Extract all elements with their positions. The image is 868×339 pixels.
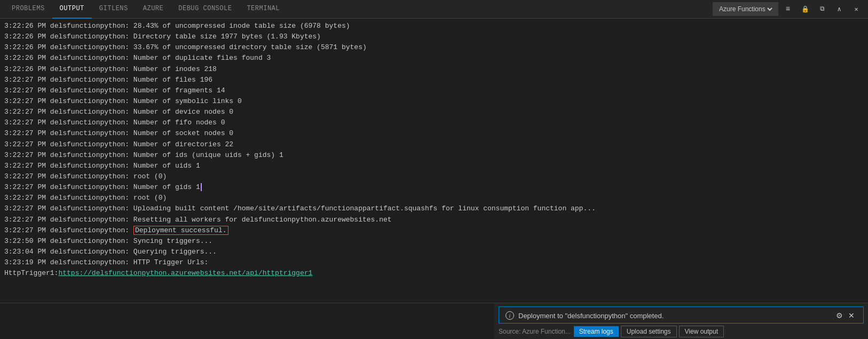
log-line: 3:22:26 PM delsfunctionpython: Number of… xyxy=(4,53,864,64)
notification-actions: Source: Azure Function... Stream logs Up… xyxy=(494,324,868,339)
notification-close-button[interactable]: ✕ xyxy=(846,311,857,320)
log-line: 3:23:19 PM delsfunctionpython: HTTP Trig… xyxy=(4,257,864,268)
output-content: 3:22:26 PM delsfunctionpython: 28.43% of… xyxy=(0,19,868,303)
log-line: 3:22:27 PM delsfunctionpython: Number of… xyxy=(4,75,864,85)
tab-output[interactable]: OUTPUT xyxy=(52,0,92,19)
log-line: 3:22:27 PM delsfunctionpython: root (0) xyxy=(4,193,864,203)
log-line: 3:22:27 PM delsfunctionpython: Number of… xyxy=(4,96,864,107)
log-line: 3:22:27 PM delsfunctionpython: Number of… xyxy=(4,128,864,139)
tab-list: PROBLEMS OUTPUT GITLENS AZURE DEBUG CONS… xyxy=(4,0,287,19)
view-output-button[interactable]: View output xyxy=(679,326,724,337)
log-line: 3:22:26 PM delsfunctionpython: Number of… xyxy=(4,64,864,75)
collapse-icon-button[interactable]: ∧ xyxy=(832,2,847,17)
log-line: 3:22:27 PM delsfunctionpython: Number of… xyxy=(4,107,864,117)
info-icon: i xyxy=(506,311,514,320)
tab-debug-console[interactable]: DEBUG CONSOLE xyxy=(171,0,239,19)
tab-problems[interactable]: PROBLEMS xyxy=(4,0,52,19)
log-link[interactable]: https://delsfunctionpython.azurewebsites… xyxy=(58,269,312,277)
log-line: 3:22:27 PM delsfunctionpython: Number of… xyxy=(4,117,864,128)
tab-azure[interactable]: AZURE xyxy=(136,0,171,19)
notification-source: Source: Azure Function... xyxy=(499,328,571,335)
tab-terminal[interactable]: TERMINAL xyxy=(239,0,287,19)
log-line: 3:22:26 PM delsfunctionpython: 28.43% of… xyxy=(4,21,864,31)
notification-settings-button[interactable]: ⚙ xyxy=(834,311,845,320)
output-source-select[interactable]: Azure Functions Git Python Azure Account xyxy=(717,5,774,13)
close-icon: ✕ xyxy=(854,5,858,13)
log-line: 3:22:27 PM delsfunctionpython: Number of… xyxy=(4,85,864,96)
notification-message-area: i Deployment to "delsfunctionpython" com… xyxy=(506,311,664,320)
log-line: 3:22:26 PM delsfunctionpython: 33.67% of… xyxy=(4,42,864,53)
log-line: 3:22:27 PM delsfunctionpython: Number of… xyxy=(4,150,864,161)
log-line: 3:22:27 PM delsfunctionpython: root (0) xyxy=(4,171,864,182)
notification-bar: i Deployment to "delsfunctionpython" com… xyxy=(494,303,868,339)
tab-bar: PROBLEMS OUTPUT GITLENS AZURE DEBUG CONS… xyxy=(0,0,868,19)
stream-logs-button[interactable]: Stream logs xyxy=(574,326,619,337)
copy-icon: ⧉ xyxy=(820,5,825,13)
deployment-success-highlight: Deployment successful. xyxy=(133,226,228,235)
lock-icon: 🔒 xyxy=(801,5,809,13)
log-line: 3:22:26 PM delsfunctionpython: Directory… xyxy=(4,31,864,42)
upload-settings-button[interactable]: Upload settings xyxy=(621,326,677,337)
log-line: 3:22:27 PM delsfunctionpython: Number of… xyxy=(4,139,864,150)
lock-icon-button[interactable]: 🔒 xyxy=(798,2,812,17)
copy-icon-button[interactable]: ⧉ xyxy=(815,2,830,17)
log-line: 3:22:27 PM delsfunctionpython: Resetting… xyxy=(4,215,864,225)
log-line: HttpTrigger1:https://delsfunctionpython.… xyxy=(4,268,864,279)
log-line: 3:22:27 PM delsfunctionpython: Number of… xyxy=(4,161,864,171)
close-panel-button[interactable]: ✕ xyxy=(849,2,864,17)
log-line: 3:22:27 PM delsfunctionpython: Uploading… xyxy=(4,203,864,214)
toolbar-right: Azure Functions Git Python Azure Account… xyxy=(713,2,864,17)
log-line: 3:23:04 PM delsfunctionpython: Querying … xyxy=(4,247,864,257)
log-line: 3:22:27 PM delsfunctionpython: Deploymen… xyxy=(4,225,864,236)
log-line: 3:22:27 PM delsfunctionpython: Number of… xyxy=(4,182,864,193)
list-icon-button[interactable]: ≡ xyxy=(780,2,795,17)
notification-message: Deployment to "delsfunctionpython" compl… xyxy=(518,312,664,320)
output-source-dropdown[interactable]: Azure Functions Git Python Azure Account xyxy=(713,2,778,16)
chevron-up-icon: ∧ xyxy=(837,5,841,13)
status-area xyxy=(0,303,494,339)
tab-gitlens[interactable]: GITLENS xyxy=(92,0,136,19)
list-icon: ≡ xyxy=(786,5,790,13)
log-line: 3:22:50 PM delsfunctionpython: Syncing t… xyxy=(4,236,864,247)
notification-toast: i Deployment to "delsfunctionpython" com… xyxy=(499,306,864,324)
